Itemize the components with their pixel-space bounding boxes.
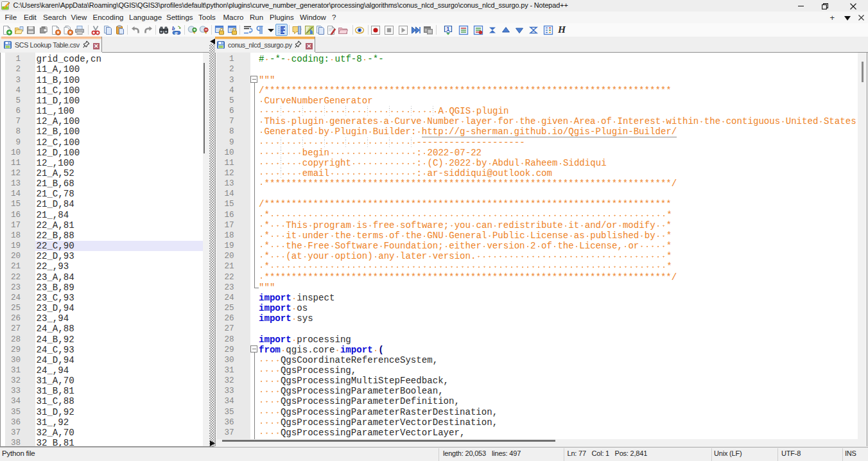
svg-text:a: a — [175, 29, 178, 35]
svg-text:1: 1 — [447, 26, 450, 32]
